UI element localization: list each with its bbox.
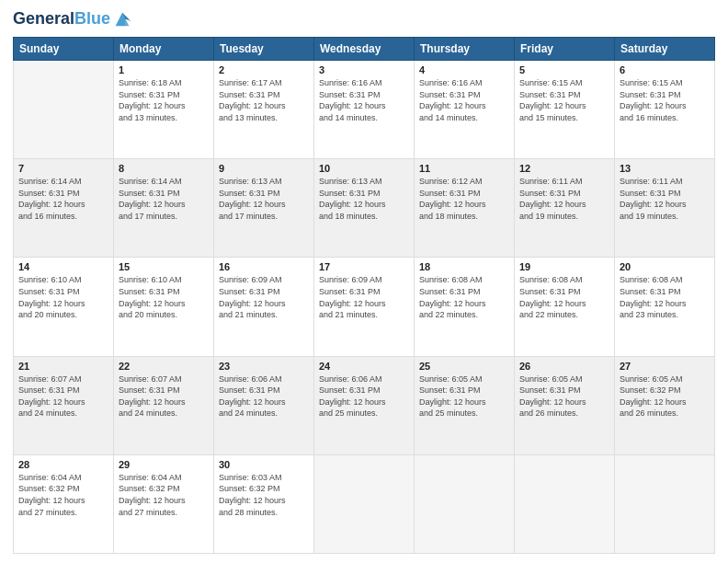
day-number: 18 <box>419 261 509 272</box>
calendar-week-row: 21 Sunrise: 6:07 AM Sunset: 6:31 PM Dayl… <box>14 356 715 454</box>
sunrise-label: Sunrise: 6:11 AM <box>620 177 683 186</box>
daylight-mins: and 17 minutes. <box>119 212 177 221</box>
calendar-header-row: SundayMondayTuesdayWednesdayThursdayFrid… <box>14 38 715 61</box>
calendar-cell: 2 Sunrise: 6:17 AM Sunset: 6:31 PM Dayli… <box>214 61 314 159</box>
sunset-label: Sunset: 6:32 PM <box>119 484 180 493</box>
sunrise-label: Sunrise: 6:05 AM <box>519 374 583 384</box>
daylight-mins: and 13 minutes. <box>219 113 278 122</box>
day-number: 4 <box>419 64 509 75</box>
day-info: Sunrise: 6:13 AM Sunset: 6:31 PM Dayligh… <box>219 176 309 222</box>
daylight-label: Daylight: 12 hours <box>219 299 286 308</box>
daylight-label: Daylight: 12 hours <box>419 299 486 308</box>
calendar-cell: 21 Sunrise: 6:07 AM Sunset: 6:31 PM Dayl… <box>14 356 114 454</box>
sunset-label: Sunset: 6:31 PM <box>620 287 681 296</box>
sunrise-label: Sunrise: 6:05 AM <box>620 374 683 384</box>
day-number: 15 <box>119 261 209 272</box>
daylight-label: Daylight: 12 hours <box>319 200 386 209</box>
calendar-cell <box>515 454 615 553</box>
sunset-label: Sunset: 6:31 PM <box>119 385 180 395</box>
daylight-mins: and 24 minutes. <box>119 408 177 418</box>
calendar-cell: 19 Sunrise: 6:08 AM Sunset: 6:31 PM Dayl… <box>515 258 615 356</box>
sunset-label: Sunset: 6:31 PM <box>18 287 80 296</box>
day-info: Sunrise: 6:09 AM Sunset: 6:31 PM Dayligh… <box>319 274 409 320</box>
daylight-label: Daylight: 12 hours <box>620 200 687 209</box>
sunset-label: Sunset: 6:31 PM <box>419 287 481 296</box>
daylight-mins: and 28 minutes. <box>219 508 278 517</box>
sunset-label: Sunset: 6:31 PM <box>219 90 280 99</box>
sunset-label: Sunset: 6:31 PM <box>519 189 581 198</box>
calendar-cell: 10 Sunrise: 6:13 AM Sunset: 6:31 PM Dayl… <box>314 159 415 258</box>
day-info: Sunrise: 6:15 AM Sunset: 6:31 PM Dayligh… <box>620 77 710 123</box>
day-number: 6 <box>620 64 710 75</box>
sunrise-label: Sunrise: 6:17 AM <box>219 78 282 87</box>
calendar-cell: 3 Sunrise: 6:16 AM Sunset: 6:31 PM Dayli… <box>314 61 415 159</box>
sunrise-label: Sunrise: 6:08 AM <box>419 275 483 284</box>
daylight-label: Daylight: 12 hours <box>219 496 286 505</box>
calendar-cell: 16 Sunrise: 6:09 AM Sunset: 6:31 PM Dayl… <box>214 258 314 356</box>
calendar-cell: 27 Sunrise: 6:05 AM Sunset: 6:32 PM Dayl… <box>615 356 715 454</box>
day-number: 22 <box>119 361 209 372</box>
daylight-label: Daylight: 12 hours <box>519 299 586 308</box>
logo-text: GeneralBlue <box>13 10 110 29</box>
sunset-label: Sunset: 6:31 PM <box>319 90 381 99</box>
day-number: 25 <box>419 361 509 372</box>
calendar-cell: 28 Sunrise: 6:04 AM Sunset: 6:32 PM Dayl… <box>14 454 114 553</box>
calendar-cell <box>615 454 715 553</box>
day-info: Sunrise: 6:06 AM Sunset: 6:31 PM Dayligh… <box>219 373 309 419</box>
sunrise-label: Sunrise: 6:07 AM <box>119 374 182 384</box>
daylight-label: Daylight: 12 hours <box>219 200 286 209</box>
daylight-label: Daylight: 12 hours <box>620 299 687 308</box>
sunrise-label: Sunrise: 6:05 AM <box>419 374 483 384</box>
day-number: 10 <box>319 163 409 174</box>
sunrise-label: Sunrise: 6:06 AM <box>219 374 282 384</box>
page: GeneralBlue SundayMondayTuesdayWednesday… <box>0 0 728 563</box>
daylight-label: Daylight: 12 hours <box>18 299 85 308</box>
sunset-label: Sunset: 6:31 PM <box>419 90 481 99</box>
day-number: 13 <box>620 163 710 174</box>
day-info: Sunrise: 6:08 AM Sunset: 6:31 PM Dayligh… <box>620 274 710 320</box>
sunset-label: Sunset: 6:31 PM <box>119 287 180 296</box>
calendar-cell: 1 Sunrise: 6:18 AM Sunset: 6:31 PM Dayli… <box>114 61 214 159</box>
day-number: 16 <box>219 261 309 272</box>
daylight-mins: and 16 minutes. <box>620 113 678 122</box>
daylight-label: Daylight: 12 hours <box>119 200 186 209</box>
daylight-mins: and 26 minutes. <box>519 408 578 418</box>
daylight-mins: and 20 minutes. <box>119 310 177 319</box>
sunrise-label: Sunrise: 6:18 AM <box>119 78 182 87</box>
day-header-tuesday: Tuesday <box>214 38 314 61</box>
day-header-sunday: Sunday <box>14 38 114 61</box>
calendar-week-row: 28 Sunrise: 6:04 AM Sunset: 6:32 PM Dayl… <box>14 454 715 553</box>
daylight-label: Daylight: 12 hours <box>620 101 687 110</box>
day-number: 3 <box>319 64 409 75</box>
day-number: 27 <box>620 361 710 372</box>
daylight-mins: and 22 minutes. <box>419 310 478 319</box>
calendar-cell <box>314 454 415 553</box>
sunset-label: Sunset: 6:32 PM <box>18 484 80 493</box>
sunrise-label: Sunrise: 6:06 AM <box>319 374 382 384</box>
day-number: 7 <box>18 163 108 174</box>
day-info: Sunrise: 6:18 AM Sunset: 6:31 PM Dayligh… <box>119 77 209 123</box>
daylight-mins: and 24 minutes. <box>219 408 278 418</box>
day-number: 19 <box>519 261 609 272</box>
sunrise-label: Sunrise: 6:10 AM <box>119 275 182 284</box>
day-number: 17 <box>319 261 409 272</box>
daylight-mins: and 21 minutes. <box>219 310 278 319</box>
day-info: Sunrise: 6:05 AM Sunset: 6:31 PM Dayligh… <box>519 373 609 419</box>
daylight-mins: and 25 minutes. <box>419 408 478 418</box>
day-info: Sunrise: 6:16 AM Sunset: 6:31 PM Dayligh… <box>319 77 409 123</box>
day-number: 30 <box>219 459 309 470</box>
daylight-mins: and 18 minutes. <box>319 212 378 221</box>
sunrise-label: Sunrise: 6:10 AM <box>18 275 82 284</box>
sunrise-label: Sunrise: 6:16 AM <box>419 78 483 87</box>
sunset-label: Sunset: 6:31 PM <box>419 189 481 198</box>
day-info: Sunrise: 6:10 AM Sunset: 6:31 PM Dayligh… <box>119 274 209 320</box>
day-info: Sunrise: 6:04 AM Sunset: 6:32 PM Dayligh… <box>119 472 209 518</box>
sunrise-label: Sunrise: 6:14 AM <box>119 177 182 186</box>
sunrise-label: Sunrise: 6:08 AM <box>620 275 683 284</box>
sunrise-label: Sunrise: 6:13 AM <box>219 177 282 186</box>
daylight-label: Daylight: 12 hours <box>319 101 386 110</box>
daylight-label: Daylight: 12 hours <box>319 397 386 407</box>
sunrise-label: Sunrise: 6:09 AM <box>319 275 382 284</box>
day-number: 20 <box>620 261 710 272</box>
calendar-table: SundayMondayTuesdayWednesdayThursdayFrid… <box>13 37 715 554</box>
